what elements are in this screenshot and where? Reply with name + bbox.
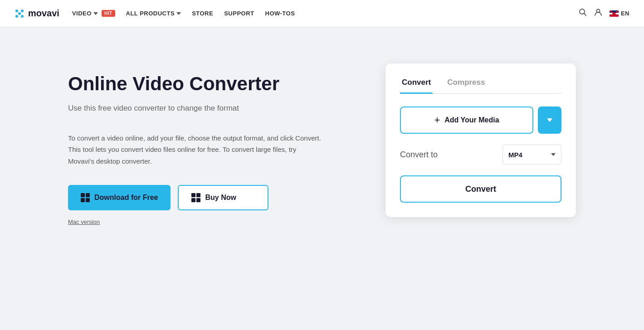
- logo-icon: [15, 9, 24, 19]
- svg-point-1: [21, 10, 24, 12]
- chevron-down-icon: [547, 118, 552, 122]
- left-panel: Online Video Converter Use this free vid…: [68, 63, 358, 226]
- card-tabs: Convert Compress: [400, 78, 561, 94]
- svg-point-4: [18, 12, 21, 15]
- download-button[interactable]: Download for Free: [68, 185, 171, 210]
- lang-label: EN: [621, 10, 629, 17]
- page-subtitle: Use this free video converter to change …: [68, 102, 358, 114]
- logo[interactable]: movavi: [15, 8, 59, 19]
- select-arrow-icon: [551, 153, 556, 156]
- svg-point-0: [15, 10, 18, 12]
- convert-button[interactable]: Convert: [400, 175, 561, 203]
- search-icon: [579, 8, 587, 19]
- flag-icon: [610, 10, 619, 17]
- nav-support[interactable]: SUPPORT: [224, 10, 254, 17]
- tab-convert[interactable]: Convert: [400, 78, 433, 93]
- svg-point-3: [21, 15, 24, 18]
- cta-buttons: Download for Free Buy Now: [68, 185, 358, 210]
- nav-video[interactable]: VIDEO HIT: [72, 10, 115, 17]
- hit-badge: HIT: [102, 10, 115, 17]
- windows-icon-buy: [191, 193, 200, 202]
- nav-all-products[interactable]: ALL PRODUCTS: [126, 10, 181, 17]
- buy-button[interactable]: Buy Now: [178, 185, 268, 210]
- mac-version-link[interactable]: Mac version: [68, 218, 100, 225]
- page-title: Online Video Converter: [68, 73, 358, 95]
- svg-point-2: [15, 15, 18, 18]
- add-media-label: Add Your Media: [444, 116, 499, 124]
- plus-icon: +: [434, 114, 440, 126]
- download-label: Download for Free: [94, 194, 158, 202]
- language-button[interactable]: EN: [610, 10, 629, 17]
- mac-link-text: Mac version: [68, 218, 100, 225]
- user-button[interactable]: [594, 8, 602, 19]
- add-media-row: + Add Your Media: [400, 107, 561, 134]
- navbar: movavi VIDEO HIT ALL PRODUCTS STORE SUPP…: [0, 0, 644, 27]
- nav-how-tos[interactable]: HOW-TOS: [265, 10, 295, 17]
- add-media-button[interactable]: + Add Your Media: [400, 107, 533, 134]
- svg-line-6: [584, 14, 586, 16]
- chevron-down-icon: [93, 12, 98, 15]
- nav-links: VIDEO HIT ALL PRODUCTS STORE SUPPORT HOW…: [72, 10, 566, 17]
- search-button[interactable]: [579, 8, 587, 19]
- format-dropdown[interactable]: MP4 AVI MOV MKV WMV FLV WEBM MP3 AAC: [508, 151, 547, 159]
- tab-compress[interactable]: Compress: [445, 78, 487, 93]
- user-icon: [594, 8, 602, 19]
- chevron-down-icon: [176, 12, 181, 15]
- convert-to-label: Convert to: [400, 150, 438, 160]
- format-select-wrapper[interactable]: MP4 AVI MOV MKV WMV FLV WEBM MP3 AAC: [503, 145, 561, 165]
- main-content: Online Video Converter Use this free vid…: [50, 27, 594, 262]
- nav-store[interactable]: STORE: [192, 10, 213, 17]
- convert-label: Convert: [465, 184, 496, 194]
- nav-right: EN: [579, 8, 629, 19]
- logo-text: movavi: [28, 8, 59, 19]
- convert-to-row: Convert to MP4 AVI MOV MKV WMV FLV WEBM …: [400, 145, 561, 165]
- converter-card: Convert Compress + Add Your Media Conver…: [385, 63, 576, 217]
- page-description: To convert a video online, add your file…: [68, 132, 322, 167]
- buy-label: Buy Now: [205, 194, 236, 202]
- windows-icon: [81, 193, 90, 202]
- media-dropdown-button[interactable]: [538, 107, 561, 134]
